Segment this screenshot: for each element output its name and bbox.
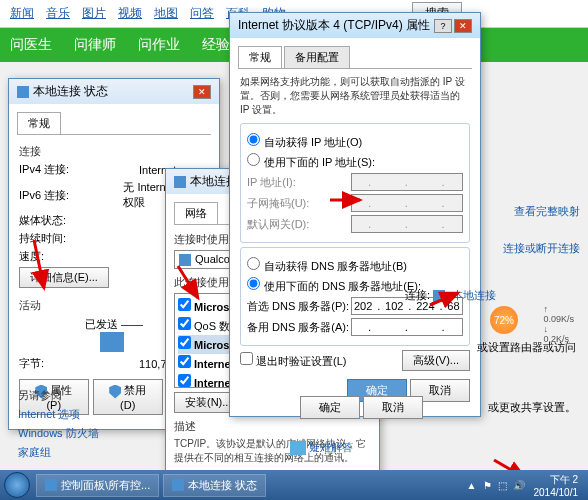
- dns1-label: 首选 DNS 服务器(P):: [247, 299, 351, 314]
- radio-manual-dns[interactable]: [247, 277, 260, 290]
- tab-general[interactable]: 常规: [238, 46, 282, 68]
- conn-label: 连接:: [405, 289, 430, 301]
- tray-sound-icon[interactable]: 🔊: [513, 480, 525, 491]
- window-ipv4-props: Internet 协议版本 4 (TCP/IPv4) 属性 ?✕ 常规 备用配置…: [229, 12, 481, 417]
- ip-label: IP 地址(I):: [247, 175, 351, 190]
- tab-network[interactable]: 网络: [174, 202, 218, 224]
- cpu-gadget[interactable]: 72%: [490, 306, 518, 334]
- network-icon: [17, 86, 29, 98]
- section-connection: 连接: [19, 144, 209, 159]
- cat-exp[interactable]: 经验: [202, 36, 230, 54]
- nav-image[interactable]: 图片: [82, 5, 106, 22]
- tray-network-icon[interactable]: ⬚: [498, 480, 507, 491]
- advanced-button[interactable]: 高级(V)...: [402, 350, 470, 371]
- ipv6-label: IPv6 连接:: [19, 188, 123, 203]
- radio-auto-dns[interactable]: [247, 257, 260, 270]
- nav-map[interactable]: 地图: [154, 5, 178, 22]
- gateway-label: 默认网关(D):: [247, 217, 351, 232]
- link-connect[interactable]: 连接或断开连接: [480, 241, 580, 256]
- bg-cancel-button[interactable]: 取消: [363, 396, 423, 419]
- nav-qa[interactable]: 问答: [190, 5, 214, 22]
- nav-news[interactable]: 新闻: [10, 5, 34, 22]
- validate-check[interactable]: 退出时验证设置(L): [240, 352, 347, 369]
- link-troubleshoot[interactable]: 疑难解答: [309, 441, 353, 453]
- tray-time: 下午 2: [550, 474, 578, 485]
- speed-label: 速度:: [19, 249, 139, 264]
- network-icon: [433, 290, 445, 302]
- tab-alt[interactable]: 备用配置: [284, 46, 350, 68]
- media-label: 媒体状态:: [19, 213, 139, 228]
- network-icon: [174, 176, 186, 188]
- cat-homework[interactable]: 问作业: [138, 36, 180, 54]
- window-title: 本地连接 状态: [17, 83, 108, 100]
- tab-general[interactable]: 常规: [17, 112, 61, 134]
- chk-ipv4[interactable]: [178, 374, 191, 387]
- link-inet-options[interactable]: Internet 选项: [18, 407, 168, 422]
- bg-ok-button[interactable]: 确定: [300, 396, 360, 419]
- cat-doctor[interactable]: 问医生: [10, 36, 52, 54]
- link-firewall[interactable]: Windows 防火墙: [18, 426, 168, 441]
- duration-label: 持续时间:: [19, 231, 139, 246]
- gateway-field: ...: [351, 215, 463, 233]
- taskbar: 控制面板\所有控... 本地连接 状态 ▲ ⚑ ⬚ 🔊 下午 2 2014/10…: [0, 470, 588, 500]
- cat-lawyer[interactable]: 问律师: [74, 36, 116, 54]
- mask-field: ...: [351, 194, 463, 212]
- tray-up-icon[interactable]: ▲: [467, 480, 477, 491]
- nav-music[interactable]: 音乐: [46, 5, 70, 22]
- network-icon: [172, 479, 184, 491]
- window-title: Internet 协议版本 4 (TCP/IPv4) 属性: [238, 17, 430, 34]
- seealso-header: 另请参阅: [18, 388, 168, 403]
- link-local-conn[interactable]: 本地连接: [452, 289, 496, 301]
- monitors-icon: [100, 332, 124, 352]
- ipv4-label: IPv4 连接:: [19, 162, 139, 177]
- link-full-map[interactable]: 查看完整映射: [480, 204, 580, 219]
- ip-field: ...: [351, 173, 463, 191]
- intro-text: 如果网络支持此功能，则可以获取自动指派的 IP 设置。否则，您需要从网络系统管理…: [240, 75, 470, 117]
- chk-ipv6[interactable]: [178, 355, 191, 368]
- link-homegroup[interactable]: 家庭组: [18, 445, 168, 460]
- nav-video[interactable]: 视频: [118, 5, 142, 22]
- text-share: 或更改共享设置。: [488, 400, 576, 415]
- taskbar-control-panel[interactable]: 控制面板\所有控...: [36, 474, 159, 497]
- radio-manual-ip[interactable]: [247, 153, 260, 166]
- troubleshoot-icon: [290, 441, 306, 455]
- close-icon[interactable]: ✕: [454, 19, 472, 33]
- mask-label: 子网掩码(U):: [247, 196, 351, 211]
- system-tray[interactable]: ▲ ⚑ ⬚ 🔊 下午 2 2014/10/1: [464, 473, 584, 498]
- dns2-label: 备用 DNS 服务器(A):: [247, 320, 351, 335]
- chk-msnet[interactable]: [178, 298, 191, 311]
- chk-fileshare[interactable]: [178, 336, 191, 349]
- bytes-label: 字节:: [19, 356, 139, 371]
- chk-qos[interactable]: [178, 317, 191, 330]
- desc-label: 描述: [174, 419, 371, 434]
- tray-date: 2014/10/1: [534, 487, 579, 498]
- radio-auto-ip[interactable]: [247, 133, 260, 146]
- tray-flag-icon[interactable]: ⚑: [483, 480, 492, 491]
- close-icon[interactable]: ✕: [193, 85, 211, 99]
- dns2-field[interactable]: ...: [351, 318, 463, 336]
- cpl-icon: [45, 479, 57, 491]
- help-icon[interactable]: ?: [434, 19, 452, 33]
- adapter-icon: [179, 254, 191, 266]
- taskbar-local-status[interactable]: 本地连接 状态: [163, 474, 266, 497]
- start-button[interactable]: [4, 472, 30, 498]
- details-button[interactable]: 详细信息(E)...: [19, 267, 109, 288]
- net-speed-gadget: ↑ 0.09K/s ↓ 0.2K/s: [543, 304, 574, 344]
